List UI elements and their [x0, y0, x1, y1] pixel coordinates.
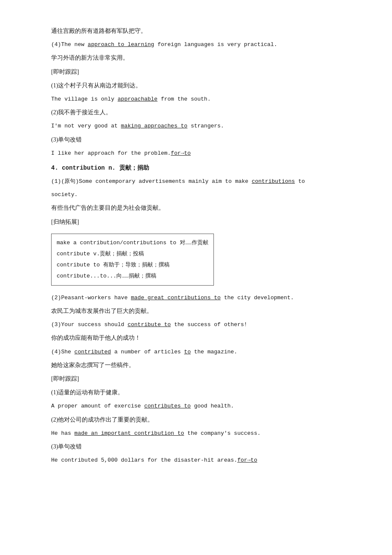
line20: (4)She contributed a number of articles …	[51, 347, 341, 357]
underline-approachable: approachable	[118, 96, 158, 102]
line21: 她给这家杂志撰写了一些稿件。	[51, 360, 341, 371]
line24: A proper amount of exercise contributes …	[51, 401, 341, 411]
line12: (1)(原句)Some contemporary advertisements …	[51, 176, 341, 187]
line2: (4)The new approach to learning foreign …	[51, 39, 341, 50]
line10: I like her approach for the problem.for→…	[51, 148, 341, 159]
underline-contributes-to: contributes to	[144, 403, 190, 409]
line7: (2)我不善于接近生人。	[51, 107, 341, 118]
box-row-2: contribute v.贡献；捐献；投稿	[57, 249, 208, 260]
underline-to-1: to	[184, 349, 191, 355]
line5: (1)这个村子只有从南边才能到达。	[51, 80, 341, 91]
underline-made-important-contribution: made an important contribution to	[75, 430, 184, 436]
bracket-label-1: [即时跟踪]	[51, 66, 341, 78]
line18: (3)Your success should contribute to the…	[51, 319, 341, 330]
line25: (2)他对公司的成功作出了重要的贡献。	[51, 414, 341, 425]
line27: (3)单句改错	[51, 441, 341, 452]
line6: The village is only approachable from th…	[51, 94, 341, 104]
underline-for-to-1: for→to	[171, 150, 191, 156]
underline-making-approaches-to: making approaches to	[121, 123, 187, 129]
bracket-label-3: [即时跟踪]	[51, 373, 341, 384]
bracket-label-2: [归纳拓展]	[51, 217, 341, 228]
line13: society.	[51, 189, 341, 200]
line26: He has made an important contribution to…	[51, 428, 341, 439]
line8: I'm not very good at making approaches t…	[51, 121, 341, 131]
underline-approach-to-learning: approach to learning	[88, 41, 154, 48]
box-row-3: contribute to 有助于；导致；捐献；撰稿	[57, 260, 208, 271]
line16: (2)Peasant-workers have made great contr…	[51, 292, 341, 303]
underline-contributed: contributed	[75, 349, 111, 355]
heading-contribution: 4. contribution n. 贡献；捐助	[51, 163, 341, 173]
underline-contribute-to-1: contribute to	[127, 321, 170, 328]
underline-contributions: contributions	[252, 178, 295, 185]
line17: 农民工为城市发展作出了巨大的贡献。	[51, 306, 341, 317]
box-row-1: make a contribution/contributions to 对………	[57, 237, 208, 249]
line28: He contributed 5,000 dollars for the dis…	[51, 455, 341, 465]
line19: 你的成功应能有助于他人的成功！	[51, 332, 341, 344]
underline-made-great-contributions-to: made great contributions to	[131, 295, 221, 301]
line9: (3)单句改错	[51, 134, 341, 145]
line3: 学习外语的新方法非常实用。	[51, 52, 341, 64]
box-row-4: contribute...to...向……捐献；撰稿	[57, 271, 208, 282]
underline-for-to-2: for→to	[237, 457, 257, 463]
line1: 通往宫殿的所有道路都有军队把守。	[51, 26, 341, 37]
line14: 有些当代广告的主要目的是为社会做贡献。	[51, 202, 341, 214]
expansion-box: make a contribution/contributions to 对………	[51, 234, 214, 286]
page-content: 通往宫殿的所有道路都有军队把守。 (4)The new approach to …	[51, 26, 341, 465]
line23: (1)适量的运动有助于健康。	[51, 387, 341, 398]
